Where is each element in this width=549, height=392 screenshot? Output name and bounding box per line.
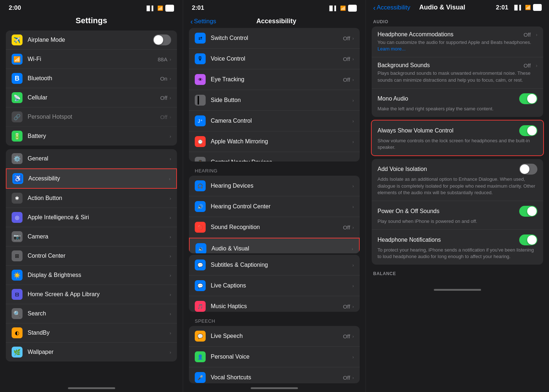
cellular-icon: 📡 — [12, 92, 23, 103]
row-mono-audio[interactable]: Mono Audio Make the left and right speak… — [372, 89, 543, 117]
row-home-screen[interactable]: ⊟ Home Screen & App Library › — [6, 285, 177, 304]
row-headphone-accommodations[interactable]: Headphone Accommodations Off › You can c… — [372, 26, 543, 57]
signal-icon-3: ▐▌▌ — [513, 5, 523, 10]
personal-voice-chevron: › — [352, 354, 354, 360]
row-hearing-control[interactable]: 🔊 Hearing Control Center › — [189, 196, 360, 217]
home-indicator-1 — [0, 384, 183, 392]
vocal-shortcuts-label: Vocal Shortcuts — [211, 374, 343, 381]
siri-chevron: › — [170, 215, 171, 220]
row-camera[interactable]: 📷 Camera › — [6, 227, 177, 246]
row-display[interactable]: ☀️ Display & Brightness › — [6, 266, 177, 285]
live-captions-label: Live Captions — [211, 282, 352, 289]
row-always-show-volume[interactable]: Always Show Volume Control Show volume c… — [372, 121, 543, 155]
row-hearing-devices[interactable]: 🎧 Hearing Devices › — [189, 176, 360, 196]
headphone-notifications-toggle[interactable] — [519, 234, 537, 245]
row-search[interactable]: 🔍 Search › — [6, 304, 177, 323]
row-apple-watch[interactable]: ⌚ Apple Watch Mirroring › — [189, 131, 360, 152]
search-label: Search — [28, 310, 170, 317]
siri-icon: ◎ — [12, 212, 23, 223]
subtitles-label: Subtitles & Captioning — [211, 262, 352, 268]
row-action-button[interactable]: ✱ Action Button › — [6, 189, 177, 208]
row-voice-control[interactable]: 🎙 Voice Control Off › — [189, 49, 360, 69]
airplane-label: Airplane Mode — [28, 37, 153, 43]
row-accessibility[interactable]: ♿ Accessibility › — [6, 168, 177, 189]
row-vocal-shortcuts[interactable]: 🎤 Vocal Shortcuts Off › — [189, 367, 360, 383]
row-wallpaper[interactable]: 🌿 Wallpaper › — [6, 343, 177, 362]
row-camera-control[interactable]: J⁺ Camera Control › — [189, 111, 360, 131]
row-live-speech[interactable]: 💬 Live Speech Off › — [189, 326, 360, 347]
home-indicator-2 — [183, 385, 366, 392]
wallpaper-label: Wallpaper — [28, 349, 170, 355]
eye-tracking-value: Off — [343, 77, 350, 83]
row-always-show-volume-wrapper: Always Show Volume Control Show volume c… — [371, 120, 544, 156]
side-button-label: Side Button — [211, 97, 352, 103]
control-center-label: Control Center — [28, 253, 170, 259]
cellular-chevron: › — [170, 95, 171, 101]
row-live-captions[interactable]: 💬 Live Captions › — [189, 275, 360, 296]
row-add-voice-isolation[interactable]: Add Voice Isolation Adds Isolate as an a… — [372, 159, 543, 201]
section-captions: 💬 Subtitles & Captioning › 💬 Live Captio… — [189, 255, 360, 312]
row-airplane[interactable]: ✈️ Airplane Mode — [6, 30, 177, 50]
apple-watch-label: Apple Watch Mirroring — [211, 138, 352, 145]
action-icon: ✱ — [12, 193, 23, 204]
row-eye-tracking[interactable]: 👁 Eye Tracking Off › — [189, 69, 360, 90]
audio-section-label: AUDIO — [366, 14, 549, 26]
row-hotspot[interactable]: 🔗 Personal Hotspot Off › — [6, 107, 177, 127]
row-siri[interactable]: ◎ Apple Intelligence & Siri › — [6, 208, 177, 227]
hearing-devices-label: Hearing Devices — [211, 183, 352, 189]
voice-control-chevron: › — [352, 56, 354, 62]
background-sounds-chevron: › — [536, 63, 537, 68]
display-chevron: › — [170, 273, 171, 278]
audio-visual-label: Audio & Visual — [211, 245, 352, 252]
row-power-sounds[interactable]: Power On & Off Sounds Play sound when iP… — [372, 201, 543, 230]
row-side-button[interactable]: ▎ Side Button › — [189, 90, 360, 111]
section-voice-power: Add Voice Isolation Adds Isolate as an a… — [372, 159, 543, 265]
vocal-shortcuts-chevron: › — [352, 375, 354, 380]
row-music-haptics[interactable]: 🎵 Music Haptics Off › — [189, 296, 360, 312]
row-subtitles[interactable]: 💬 Subtitles & Captioning › — [189, 255, 360, 275]
mono-audio-toggle[interactable] — [519, 93, 537, 104]
row-control-center[interactable]: ⊞ Control Center › — [6, 246, 177, 266]
control-center-icon: ⊞ — [12, 250, 23, 261]
camera-icon: 📷 — [12, 231, 23, 242]
always-show-volume-toggle[interactable] — [519, 125, 537, 136]
action-label: Action Button — [28, 195, 170, 201]
airplane-icon: ✈️ — [12, 34, 23, 45]
personal-voice-icon: 👤 — [195, 351, 206, 362]
music-haptics-label: Music Haptics — [211, 303, 343, 310]
standby-label: StandBy — [28, 330, 170, 336]
music-haptics-icon: 🎵 — [195, 301, 206, 312]
row-sound-recognition[interactable]: 🔴 Sound Recognition Off › — [189, 217, 360, 238]
standby-chevron: › — [170, 330, 171, 336]
row-headphone-notifications[interactable]: Headphone Notifications To protect your … — [372, 230, 543, 265]
signal-icon-2: ▐▌▌ — [328, 5, 338, 11]
row-general[interactable]: ⚙️ General › — [6, 149, 177, 168]
hotspot-label: Personal Hotspot — [28, 114, 160, 120]
hotspot-value: Off — [160, 114, 167, 120]
home-screen-chevron: › — [170, 292, 171, 297]
balance-label: BALANCE — [366, 266, 549, 278]
row-background-sounds[interactable]: Background Sounds Off › Plays background… — [372, 57, 543, 88]
wifi-chevron: › — [170, 57, 171, 62]
panel-accessibility: 2:01 ▐▌▌ 📶 87 ‹ Settings Accessibility ⇄… — [183, 0, 366, 392]
row-personal-voice[interactable]: 👤 Personal Voice › — [189, 347, 360, 367]
voice-isolation-toggle[interactable] — [519, 164, 537, 175]
airplane-toggle[interactable] — [153, 34, 171, 45]
background-sounds-value-area: Off › — [524, 62, 537, 69]
eye-tracking-chevron: › — [352, 77, 354, 82]
row-battery[interactable]: 🔋 Battery › — [6, 127, 177, 146]
home-screen-label: Home Screen & App Library — [28, 291, 170, 298]
row-standby[interactable]: ◐ StandBy › — [6, 323, 177, 343]
row-wifi[interactable]: 📶 Wi-Fi 88A › — [6, 50, 177, 69]
row-cellular[interactable]: 📡 Cellular Off › — [6, 88, 177, 107]
row-nearby-devices[interactable]: 📱 Control Nearby Devices › — [189, 152, 360, 162]
power-sounds-toggle[interactable] — [519, 206, 537, 217]
search-icon: 🔍 — [12, 308, 23, 319]
row-bluetooth[interactable]: B Bluetooth On › — [6, 69, 177, 88]
row-audio-visual[interactable]: 🔉 Audio & Visual › — [189, 238, 360, 253]
nav-accessibility: ‹ Settings Accessibility — [183, 14, 366, 28]
learn-more-link[interactable]: Learn more... — [378, 46, 405, 52]
voice-control-value: Off — [343, 56, 350, 62]
row-switch-control[interactable]: ⇄ Switch Control Off › — [189, 28, 360, 49]
time-3: 2:01 — [496, 4, 508, 11]
